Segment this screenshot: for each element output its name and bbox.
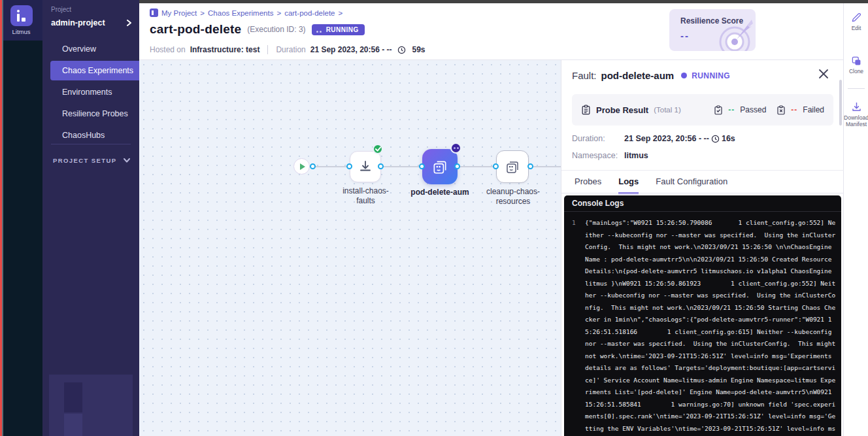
litmus-logo-icon[interactable] <box>10 5 33 26</box>
namespace-label: Namespace: <box>572 151 624 160</box>
page-title: cart-pod-delete <box>150 22 241 37</box>
status-badge-label: RUNNING <box>326 26 359 33</box>
panel-scrollbar[interactable] <box>839 80 842 126</box>
connector-port <box>346 163 352 169</box>
probe-total: (Total 1) <box>654 106 681 114</box>
infrastructure-value: Infrastructure: test <box>190 45 260 54</box>
fault-duration-row: Duration: 21 Sep 2023, 20:56 - -- 16s <box>572 134 735 143</box>
download-manifest-button[interactable]: Download Manifest <box>844 101 868 127</box>
fault-title-row: Fault: pod-delete-aum RUNNING <box>572 70 730 81</box>
sidebar-item-resilience-probes[interactable]: Resilience Probes <box>42 104 139 124</box>
connector-port <box>527 163 533 169</box>
breadcrumb-my-project[interactable]: My Project <box>161 9 197 17</box>
passed-label: Passed <box>740 105 766 114</box>
status-badge: RUNNING <box>312 24 365 35</box>
connector-port <box>419 163 425 169</box>
clipboard-check-icon <box>714 105 723 115</box>
illustration-block <box>64 382 82 412</box>
fault-namespace-row: Namespace: litmus <box>572 151 648 160</box>
passed-count: -- <box>728 105 735 114</box>
target-dart-illustration <box>706 17 754 51</box>
logo-block: Litmus <box>0 0 42 41</box>
sidebar-item-overview[interactable]: Overview <box>42 39 139 59</box>
project-setup-toggle[interactable]: PROJECT SETUP <box>53 157 130 164</box>
project-setup-label: PROJECT SETUP <box>53 157 116 164</box>
pencil-icon <box>851 12 861 23</box>
elapsed-value: 59s <box>412 45 425 54</box>
running-dot-icon <box>681 73 687 78</box>
resilience-score-value: -- <box>680 30 690 41</box>
chaos-fault-icon <box>505 159 520 175</box>
app-root: Litmus Project admin-project Overview Ch… <box>0 0 868 436</box>
sidebar-illustration <box>49 375 133 436</box>
fault-elapsed-value: 16s <box>722 134 735 143</box>
running-spinner-badge <box>450 143 461 154</box>
failed-label: Failed <box>803 105 824 114</box>
sidebar-item-chaos-experiments[interactable]: Chaos Experiments <box>50 61 139 80</box>
sidebar-divider <box>51 144 131 144</box>
execution-id: (Execution ID: 3) <box>247 25 305 34</box>
play-icon <box>300 163 305 170</box>
edit-button[interactable]: Edit <box>844 12 868 31</box>
sidebar: Project admin-project Overview Chaos Exp… <box>42 0 139 436</box>
console-logs-title: Console Logs <box>572 199 624 208</box>
tab-logs[interactable]: Logs <box>618 176 639 194</box>
main-area: My Project > Chaos Experiments > cart-po… <box>139 0 868 436</box>
clone-icon <box>851 56 861 66</box>
breadcrumb-separator: > <box>200 9 205 17</box>
clone-button[interactable]: Clone <box>844 56 868 75</box>
console-logs-header: Console Logs <box>564 195 841 212</box>
clipboard-x-icon <box>776 105 786 115</box>
connector-port <box>493 163 499 169</box>
pipeline-canvas[interactable]: install-chaos-faults pod-delete-aum <box>139 60 561 436</box>
breadcrumb-cart-pod-delete[interactable]: cart-pod-delete <box>284 9 335 17</box>
download-manifest-label: Download Manifest <box>844 114 868 127</box>
probe-result-box: Probe Result (Total 1) -- Passed -- Fail… <box>572 94 833 126</box>
probe-result-label: Probe Result <box>596 105 648 115</box>
console-logs-container: Console Logs 1 {"mainLogs":"W0921 15:26:… <box>564 195 841 436</box>
download-icon <box>851 101 862 112</box>
sidebar-item-chaoshubs[interactable]: ChaosHubs <box>42 126 139 145</box>
sidebar-nav: Overview Chaos Experiments Environments … <box>42 39 139 147</box>
console-logs-body[interactable]: 1 {"mainLogs":"W0921 15:26:50.790086 1 c… <box>564 212 841 436</box>
breadcrumb-chaos-experiments[interactable]: Chaos Experiments <box>208 9 273 17</box>
page-header: My Project > Chaos Experiments > cart-po… <box>139 3 868 60</box>
meta-divider <box>267 45 268 54</box>
node-label-install: install-chaos-faults <box>335 186 397 206</box>
node-label-cleanup: cleanup-chaos-resources <box>480 187 546 207</box>
fault-panel: Fault: pod-delete-aum RUNNING Probe Resu… <box>561 60 843 436</box>
failed-count: -- <box>791 105 797 114</box>
panel-divider <box>561 170 844 171</box>
illustration-block <box>64 414 82 436</box>
log-text: {"mainLogs":"W0921 15:26:50.790086 1 cli… <box>585 217 836 436</box>
screen-edge-gray-strip <box>2 0 3 436</box>
node-label-pod-delete: pod-delete-aum <box>404 188 476 197</box>
fault-duration-value: 21 Sep 2023, 20:56 - -- <box>624 134 709 143</box>
clock-icon <box>711 135 720 143</box>
fault-label: Fault: <box>572 70 597 81</box>
close-panel-button[interactable] <box>818 69 830 80</box>
duration-label: Duration <box>276 45 305 54</box>
fault-duration-label: Duration: <box>572 134 624 143</box>
connector-port <box>454 163 460 169</box>
node-install-chaos-faults[interactable] <box>350 151 381 182</box>
breadcrumb-separator: > <box>338 9 342 17</box>
sidebar-item-environments[interactable]: Environments <box>42 82 139 102</box>
project-selector[interactable]: admin-project <box>51 16 132 29</box>
pipeline-start-node <box>293 158 310 175</box>
node-cleanup-chaos-resources[interactable] <box>496 150 529 183</box>
tab-fault-configuration[interactable]: Fault Configuration <box>656 176 727 194</box>
install-download-icon <box>358 159 373 175</box>
tab-probes[interactable]: Probes <box>575 176 601 194</box>
breadcrumb: My Project > Chaos Experiments > cart-po… <box>150 8 342 17</box>
running-loader-dots <box>316 24 323 35</box>
logo-rail: Litmus <box>0 0 42 436</box>
node-pod-delete-aum[interactable] <box>422 149 458 184</box>
log-line-number: 1 <box>572 217 585 436</box>
connector-port <box>310 163 316 169</box>
toolbar-divider <box>848 88 865 89</box>
fault-status: RUNNING <box>692 71 730 80</box>
project-label: Project <box>51 6 71 13</box>
fault-tabs: Probes Logs Fault Configuration <box>575 176 727 194</box>
clone-label: Clone <box>849 68 863 75</box>
